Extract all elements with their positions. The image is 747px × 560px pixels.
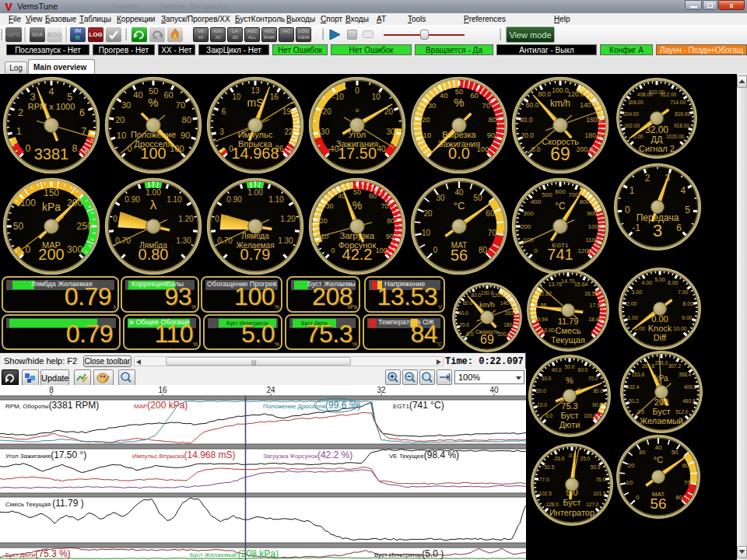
svg-text:80.0: 80.0 [472, 292, 482, 298]
svg-text:120.0: 120.0 [568, 90, 585, 98]
svg-text:50: 50 [672, 449, 679, 456]
svg-text:140.0: 140.0 [580, 101, 597, 109]
svg-text:70.0: 70.0 [588, 376, 598, 381]
svg-text:16: 16 [158, 386, 167, 394]
svg-text:70: 70 [381, 202, 388, 210]
svg-text:2: 2 [645, 173, 651, 184]
svg-text:14.968: 14.968 [231, 145, 279, 162]
svg-text:60: 60 [163, 90, 173, 100]
svg-text:300: 300 [523, 210, 534, 217]
svg-text:10: 10 [372, 93, 381, 101]
svg-text:69: 69 [480, 333, 494, 346]
svg-text:180.0: 180.0 [503, 322, 517, 327]
svg-text:-30: -30 [318, 128, 330, 136]
svg-text:1200: 1200 [578, 247, 592, 254]
svg-text:30: 30 [428, 101, 437, 110]
svg-text:3.00: 3.00 [631, 289, 642, 295]
svg-text:40: 40 [133, 90, 142, 100]
svg-text:1.30: 1.30 [278, 236, 293, 245]
svg-text:90.0: 90.0 [592, 402, 602, 408]
svg-text:-26.0: -26.0 [553, 456, 565, 461]
svg-text:12.82: 12.82 [538, 291, 552, 296]
svg-text:0: 0 [355, 86, 359, 95]
svg-text:76.0: 76.0 [595, 477, 605, 482]
svg-text:-10: -10 [332, 93, 344, 101]
svg-text:56: 56 [650, 495, 666, 512]
svg-text:3: 3 [653, 221, 662, 240]
svg-text:50: 50 [473, 194, 482, 202]
svg-text:300: 300 [67, 244, 82, 255]
svg-text:22: 22 [284, 128, 293, 136]
svg-text:127.0: 127.0 [586, 502, 599, 507]
svg-text:ДД: ДД [651, 135, 663, 144]
svg-text:70: 70 [684, 479, 691, 486]
svg-text:4.00: 4.00 [641, 280, 652, 285]
svg-text:1.20: 1.20 [178, 215, 194, 223]
svg-text:1000: 1000 [588, 223, 602, 230]
svg-text:0.0: 0.0 [448, 145, 470, 162]
svg-text:10: 10 [423, 131, 432, 139]
svg-text:80.0: 80.0 [593, 388, 603, 394]
svg-text:Knock: Knock [648, 324, 672, 333]
svg-text:8.00: 8.00 [682, 301, 693, 306]
svg-text:50: 50 [353, 188, 361, 196]
svg-text:0: 0 [331, 247, 335, 254]
svg-text:714.00: 714.00 [670, 100, 686, 105]
svg-text:50.5: 50.5 [591, 464, 601, 470]
svg-text:60: 60 [682, 462, 689, 469]
svg-text:60: 60 [470, 91, 479, 100]
svg-text:1.10: 1.10 [167, 195, 182, 204]
svg-text:Буст: Буст [653, 407, 671, 416]
svg-text:400: 400 [531, 198, 542, 205]
svg-text:9.00: 9.00 [682, 315, 693, 320]
svg-text:1020.00: 1020.00 [666, 134, 685, 139]
svg-text:4: 4 [49, 86, 54, 97]
svg-text:90: 90 [487, 131, 496, 139]
svg-text:%: % [454, 96, 464, 109]
svg-text:741: 741 [547, 246, 573, 263]
svg-text:256.0: 256.0 [655, 360, 668, 366]
svg-text:%: % [566, 376, 573, 385]
svg-text:10.00: 10.00 [673, 326, 687, 331]
svg-text:1.00: 1.00 [146, 188, 161, 197]
svg-text:20: 20 [424, 209, 433, 218]
svg-text:40.0: 40.0 [552, 367, 562, 373]
svg-text:°C: °C [555, 201, 566, 212]
svg-text:10: 10 [232, 93, 241, 101]
svg-text:70: 70 [488, 229, 497, 237]
svg-text:%: % [352, 199, 362, 212]
svg-text:o: o [356, 107, 359, 114]
svg-text:10.94: 10.94 [534, 317, 548, 322]
svg-text:1.20: 1.20 [280, 215, 296, 223]
svg-text:8: 8 [72, 143, 78, 154]
svg-text:2: 2 [18, 107, 23, 118]
svg-text:40: 40 [489, 386, 499, 394]
svg-text:19: 19 [282, 107, 292, 116]
svg-text:60: 60 [369, 192, 377, 200]
svg-text:2.00: 2.00 [626, 301, 637, 306]
svg-text:-102.5: -102.5 [537, 491, 552, 496]
svg-text:200.0: 200.0 [577, 145, 594, 153]
svg-text:200: 200 [38, 246, 64, 263]
svg-text:816.00: 816.00 [675, 111, 690, 117]
svg-text:RPM x 1000: RPM x 1000 [28, 102, 75, 111]
svg-text:100: 100 [375, 247, 387, 254]
svg-text:80: 80 [182, 115, 191, 124]
svg-text:70: 70 [176, 100, 185, 110]
svg-text:42.2: 42.2 [342, 246, 373, 263]
svg-text:30.0: 30.0 [542, 376, 552, 381]
svg-text:16: 16 [270, 93, 279, 101]
svg-text:0: 0 [625, 205, 630, 215]
svg-text:358.4: 358.4 [679, 372, 692, 377]
svg-text:50: 50 [455, 87, 464, 96]
svg-text:1100: 1100 [585, 236, 599, 243]
svg-text:6.00: 6.00 [668, 280, 679, 285]
svg-text:100.0: 100.0 [552, 86, 569, 94]
svg-text:5.00: 5.00 [654, 277, 665, 282]
svg-text:600: 600 [555, 188, 566, 195]
svg-text:60: 60 [486, 209, 495, 218]
svg-text:180.0: 180.0 [585, 131, 602, 139]
svg-text:6: 6 [222, 107, 226, 116]
svg-text:0.80: 0.80 [139, 246, 169, 263]
svg-text:13: 13 [251, 86, 260, 95]
